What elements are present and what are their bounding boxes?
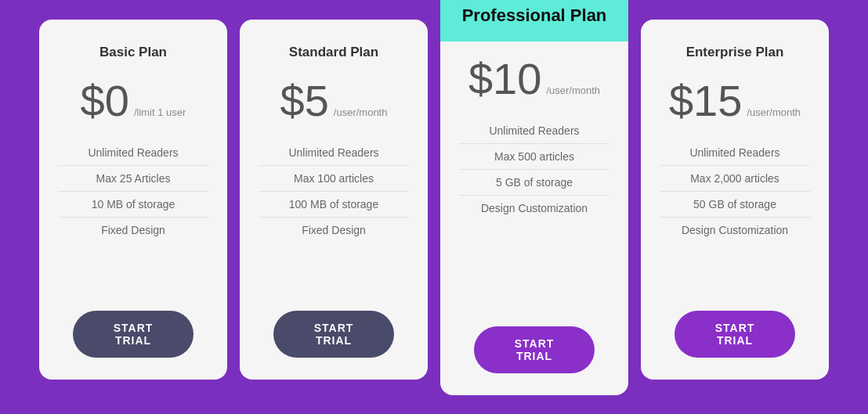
start-trial-button-enterprise[interactable]: START TRIAL [675,311,795,358]
features-list: Unlimited ReadersMax 25 Articles10 MB of… [58,140,208,292]
feature-item: 10 MB of storage [58,192,208,218]
plan-card-professional: Professional Plan$10/user/monthUnlimited… [440,12,628,395]
features-list: Unlimited ReadersMax 500 articles5 GB of… [459,118,609,308]
feature-item: Unlimited Readers [660,140,810,166]
price-amount: $15 [669,79,742,123]
feature-item: Unlimited Readers [58,140,208,166]
feature-item: Fixed Design [58,218,208,243]
plan-name: Standard Plan [289,45,378,60]
feature-item: 50 GB of storage [660,192,810,218]
price-amount: $5 [280,79,329,123]
featured-header: Professional Plan [440,0,628,41]
price-row: $0/limit 1 user [81,79,186,123]
plan-card-basic: Basic Plan$0/limit 1 userUnlimited Reade… [39,20,227,380]
feature-item: Unlimited Readers [459,118,609,144]
price-amount: $10 [468,57,541,101]
plan-name: Basic Plan [99,45,167,60]
plan-name: Professional Plan [459,5,609,26]
features-list: Unlimited ReadersMax 100 articles100 MB … [259,140,409,292]
features-list: Unlimited ReadersMax 2,000 articles50 GB… [660,140,810,292]
feature-item: Design Customization [459,196,609,221]
plan-card-standard: Standard Plan$5/user/monthUnlimited Read… [240,20,428,380]
feature-item: Max 2,000 articles [660,166,810,192]
feature-item: Unlimited Readers [259,140,409,166]
price-amount: $0 [81,79,129,123]
feature-item: 100 MB of storage [259,192,409,218]
feature-item: Design Customization [660,218,810,243]
feature-item: Max 100 articles [259,166,409,192]
feature-item: Fixed Design [259,218,409,243]
feature-item: Max 25 Articles [58,166,208,192]
start-trial-button-professional[interactable]: START TRIAL [474,326,595,373]
feature-item: Max 500 articles [459,144,609,170]
plan-name: Enterprise Plan [686,45,784,60]
feature-item: 5 GB of storage [459,170,609,196]
start-trial-button-standard[interactable]: START TRIAL [273,311,394,358]
price-qualifier: /user/month [747,106,801,118]
price-row: $10/user/month [468,57,600,101]
plan-card-enterprise: Enterprise Plan$15/user/monthUnlimited R… [641,20,829,380]
price-qualifier: /user/month [334,106,388,118]
price-qualifier: /user/month [546,85,600,96]
pricing-container: Basic Plan$0/limit 1 userUnlimited Reade… [16,20,852,395]
price-qualifier: /limit 1 user [134,106,186,118]
start-trial-button-basic[interactable]: START TRIAL [73,311,193,358]
price-row: $5/user/month [280,79,388,123]
price-row: $15/user/month [669,79,801,123]
